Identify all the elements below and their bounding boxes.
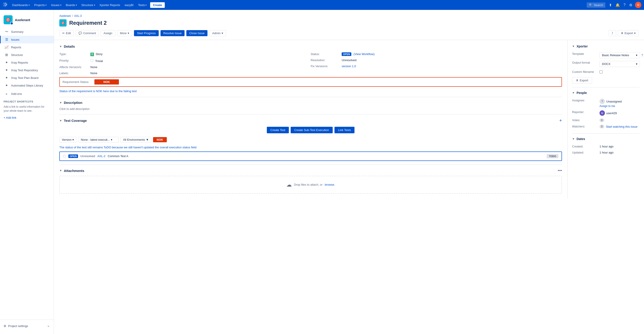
sidebar-item-issues[interactable]: ☰ Issues [0, 36, 54, 44]
edit-button[interactable]: ✏ Edit [59, 30, 74, 36]
section-divider [59, 97, 562, 97]
project-shortcuts-label: PROJECT SHORTCUTS [0, 98, 54, 104]
jira-logo[interactable] [3, 2, 8, 8]
add-test-coverage-icon[interactable]: + [559, 118, 562, 123]
nav-issues[interactable]: Issues ▾ [49, 2, 63, 8]
assign-to-me-link[interactable]: Assign to me [600, 104, 615, 108]
description-placeholder[interactable]: Click to add description [59, 107, 562, 110]
chevron-down-icon: ▾ [128, 32, 129, 35]
custom-filename-checkbox[interactable] [600, 70, 603, 74]
test-coverage-section-toggle[interactable]: ▼ Test Coverage [59, 119, 87, 122]
add-link-button[interactable]: + Add link [0, 115, 54, 121]
attachments-header: ▼ Attachments ••• [59, 168, 562, 173]
sidebar-item-xray-test-plan-board[interactable]: ✦ Xray Test Plan Board [0, 74, 54, 82]
chevron-down-icon: ▾ [94, 4, 95, 6]
description-section-header[interactable]: ▼ Description [59, 101, 562, 104]
nav-dashboards[interactable]: Dashboards ▾ [10, 2, 32, 8]
start-progress-button[interactable]: Start Progress [134, 30, 158, 36]
fix-version-link[interactable]: version 1.0 [342, 64, 356, 68]
test-coverage-section-title: Test Coverage [64, 119, 87, 122]
output-format-select[interactable]: DOCX ▾ [600, 61, 640, 67]
sidebar-item-automated-steps[interactable]: ✦ Automated Steps Library [0, 82, 54, 89]
execution-version-select[interactable]: None - latest executi... ▾ [78, 137, 119, 142]
upload-icon[interactable]: ⬆ [608, 2, 613, 8]
settings-icon[interactable]: ⚙ [628, 2, 633, 8]
sidebar-item-structure[interactable]: ⊞ Structure [0, 51, 54, 59]
attachments-drop-zone[interactable]: ☁ Drop files to attach, or browse. [59, 176, 562, 194]
template-select[interactable]: Basic Release Notes ▾ [600, 52, 640, 58]
create-button[interactable]: Create [150, 2, 164, 8]
upload-cloud-icon: ☁ [286, 182, 292, 188]
priority-value: Trivial [90, 59, 103, 63]
action-bar: ✏ Edit 💬 Comment Assign More ▾ Start Pro… [54, 30, 644, 40]
sidebar-item-addons[interactable]: + Add-ons [0, 90, 54, 98]
fix-version-row: Fix Version/s: version 1.0 [311, 63, 562, 69]
details-section-title: Details [64, 44, 75, 48]
xporter-section-header[interactable]: ▼ Xporter [572, 44, 640, 48]
close-issue-button[interactable]: Close Issue [186, 30, 208, 36]
attachments-section-title: Attachments [64, 169, 84, 172]
attachments-section-toggle[interactable]: ▼ Attachments [59, 169, 84, 172]
comment-button[interactable]: 💬 Comment [76, 30, 99, 36]
user-avatar[interactable]: U [635, 2, 641, 8]
test-annotation-text: The status of the test still remains ToD… [59, 145, 562, 150]
test-row-radio[interactable] [63, 155, 66, 158]
section-divider [572, 133, 640, 134]
sidebar-collapse-icon[interactable]: « [47, 324, 50, 328]
project-settings-link[interactable]: ⚙ Project settings « [0, 322, 54, 330]
chevron-down-icon: ▾ [634, 32, 636, 35]
sidebar-item-label: Structure [11, 53, 23, 57]
nav-eazybi[interactable]: eazyBI [123, 2, 135, 8]
dates-section-header[interactable]: ▼ Dates [572, 137, 640, 141]
create-test-button[interactable]: Create Test [267, 127, 289, 133]
project-icon: 🎯 [4, 15, 12, 24]
sidebar-item-reports[interactable]: 📈 Reports [0, 44, 54, 51]
requirement-status-row: Requirement Status: NOK [59, 77, 562, 87]
sidebar-item-label: Xray Test Repository [11, 68, 38, 72]
notifications-icon[interactable]: 🔔 [614, 2, 621, 8]
help-icon[interactable]: ? [623, 2, 626, 8]
settings-gear-icon: ⚙ [4, 324, 6, 328]
help-icon[interactable]: ? [641, 54, 643, 57]
more-button[interactable]: More ▾ [117, 30, 132, 36]
nav-structure[interactable]: Structure ▾ [80, 2, 97, 8]
output-format-row: Output format DOCX ▾ [572, 60, 640, 68]
export-button[interactable]: ⬇ Export ▾ [618, 30, 638, 36]
unassigned-avatar-icon: ? [600, 99, 605, 104]
annotation-text-1[interactable]: Status of the requirement is NOK here du… [59, 90, 137, 93]
search-bar[interactable]: 🔍 Search [587, 2, 605, 8]
nav-xporter-reports[interactable]: Xporter Reports [98, 2, 122, 8]
breadcrumb-project-link[interactable]: Axelerant [59, 14, 71, 18]
sidebar-item-xray-reports[interactable]: ✦ Xray Reports [0, 59, 54, 66]
xporter-export-button[interactable]: ⬇ Export [572, 77, 592, 84]
type-value: S Story [90, 52, 102, 56]
resolve-issue-button[interactable]: Resolve Issue [160, 30, 185, 36]
environment-select[interactable]: All Environments ▼ [120, 137, 151, 142]
nav-projects[interactable]: Projects ▾ [32, 2, 48, 8]
browse-link[interactable]: browse. [325, 183, 335, 186]
watch-issue-link[interactable]: Start watching this issue [606, 125, 638, 128]
breadcrumb-issue-link[interactable]: AXL-3 [74, 14, 82, 18]
assign-button[interactable]: Assign [101, 30, 115, 36]
version-select[interactable]: Version ▾ [59, 137, 76, 142]
section-divider [59, 114, 562, 114]
admin-button[interactable]: Admin ▾ [209, 30, 226, 36]
sidebar-item-summary[interactable]: 〜 Summary [0, 28, 54, 36]
nav-boards[interactable]: Boards ▾ [64, 2, 79, 8]
nav-tests[interactable]: Tests ▾ [136, 2, 148, 8]
affects-version-row: Affects Version/s: None [59, 64, 311, 70]
details-section-header[interactable]: ▼ Details [59, 44, 562, 48]
sidebar-item-xray-test-repository[interactable]: ✦ Xray Test Repository [0, 66, 54, 74]
xporter-section: ▼ Xporter Template Basic Release Notes ▾… [572, 44, 640, 84]
view-workflow-link[interactable]: (View Workflow) [354, 52, 374, 56]
test-issue-key[interactable]: AXL-2 [97, 154, 106, 158]
share-icon: ⤴ [612, 32, 613, 35]
trivial-icon [90, 59, 94, 62]
create-sub-test-execution-button[interactable]: Create Sub-Test Execution [291, 127, 333, 133]
people-section-header[interactable]: ▼ People [572, 91, 640, 95]
chevron-down-icon: ▾ [46, 4, 46, 6]
status-row: Status: OPEN (View Workflow) [311, 51, 562, 57]
attachments-more-icon[interactable]: ••• [558, 168, 562, 173]
share-button[interactable]: ⤴ [609, 30, 616, 36]
link-tests-button[interactable]: Link Tests [334, 127, 355, 133]
